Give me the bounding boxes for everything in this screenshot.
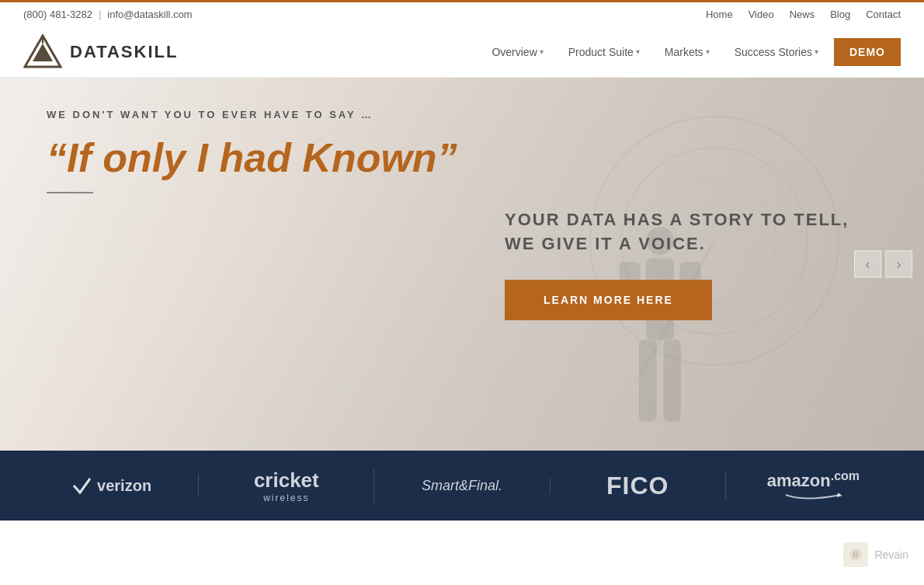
verizon-text: verizon: [97, 477, 151, 495]
cricket-logo: cricket wireless: [254, 468, 319, 503]
client-amazon: amazon.com: [726, 469, 901, 502]
hero-section: WE DON'T WANT YOU TO EVER HAVE TO SAY … …: [0, 78, 924, 451]
client-fico: FICO: [551, 472, 726, 500]
client-smart-final: Smart&Final.: [374, 478, 550, 494]
revain-icon: R: [843, 542, 868, 567]
chevron-down-icon: ▾: [815, 47, 818, 56]
top-bar: (800) 481-3282 | info@dataskill.com Home…: [0, 0, 924, 26]
hero-tagline: YOUR DATA HAS A STORY TO TELL, WE GIVE I…: [505, 208, 877, 256]
client-cricket: cricket wireless: [199, 468, 374, 503]
logo-icon: [23, 34, 62, 69]
client-verizon: verizon: [23, 474, 199, 497]
nav-links: Overview ▾ Product Suite ▾ Markets ▾ Suc…: [482, 38, 901, 66]
clients-bar: verizon cricket wireless Smart&Final. FI…: [0, 451, 924, 521]
chevron-down-icon: ▾: [706, 47, 710, 56]
contact-link[interactable]: Contact: [866, 9, 901, 20]
video-link[interactable]: Video: [749, 9, 774, 20]
cricket-text: cricket: [254, 468, 319, 493]
cricket-subtext: wireless: [254, 493, 319, 503]
revain-badge: R Revain: [843, 542, 908, 567]
chevron-down-icon: ▾: [636, 47, 640, 56]
divider: |: [99, 9, 101, 20]
blog-link[interactable]: Blog: [830, 9, 850, 20]
learn-more-button[interactable]: LEARN MORE HERE: [505, 280, 712, 320]
logo[interactable]: DATASKILL: [23, 34, 178, 69]
smart-final-text: Smart&Final.: [422, 478, 502, 494]
revain-label: Revain: [874, 548, 908, 561]
hero-title: “If only I had Known”: [47, 136, 877, 180]
nav-item-success-stories[interactable]: Success Stories ▾: [725, 40, 828, 64]
demo-button[interactable]: DEMO: [834, 38, 901, 66]
nav-item-overview[interactable]: Overview ▾: [482, 40, 552, 64]
nav-item-markets[interactable]: Markets ▾: [655, 40, 719, 64]
revain-logo-icon: R: [848, 547, 863, 562]
nav-item-product-suite[interactable]: Product Suite ▾: [559, 40, 649, 64]
amazon-text: amazon.com: [767, 469, 860, 491]
email-address: info@dataskill.com: [107, 9, 192, 20]
svg-text:R: R: [853, 551, 859, 559]
carousel-next-button[interactable]: ›: [885, 251, 912, 278]
news-link[interactable]: News: [790, 9, 815, 20]
nav-bar: DATASKILL Overview ▾ Product Suite ▾ Mar…: [0, 26, 924, 78]
verizon-logo: verizon: [70, 474, 151, 497]
amazon-logo: amazon.com: [767, 469, 860, 502]
svg-marker-14: [837, 493, 842, 497]
phone-number: (800) 481-3282: [23, 9, 92, 20]
bottom-area: R Revain: [0, 521, 924, 575]
home-link[interactable]: Home: [706, 9, 733, 20]
fico-text: FICO: [606, 472, 669, 500]
logo-text: DATASKILL: [70, 42, 178, 62]
chevron-down-icon: ▾: [540, 47, 544, 56]
verizon-checkmark-icon: [70, 474, 93, 497]
top-bar-contact: (800) 481-3282 | info@dataskill.com: [23, 9, 193, 20]
top-bar-links: Home Video News Blog Contact: [706, 9, 901, 20]
svg-rect-12: [639, 340, 657, 422]
svg-rect-13: [664, 340, 682, 422]
amazon-smile-icon: [782, 491, 844, 502]
hero-subtitle: WE DON'T WANT YOU TO EVER HAVE TO SAY …: [47, 109, 877, 120]
hero-right-content: YOUR DATA HAS A STORY TO TELL, WE GIVE I…: [505, 208, 877, 320]
hero-divider: [47, 192, 93, 193]
carousel-prev-button[interactable]: ‹: [854, 251, 881, 278]
